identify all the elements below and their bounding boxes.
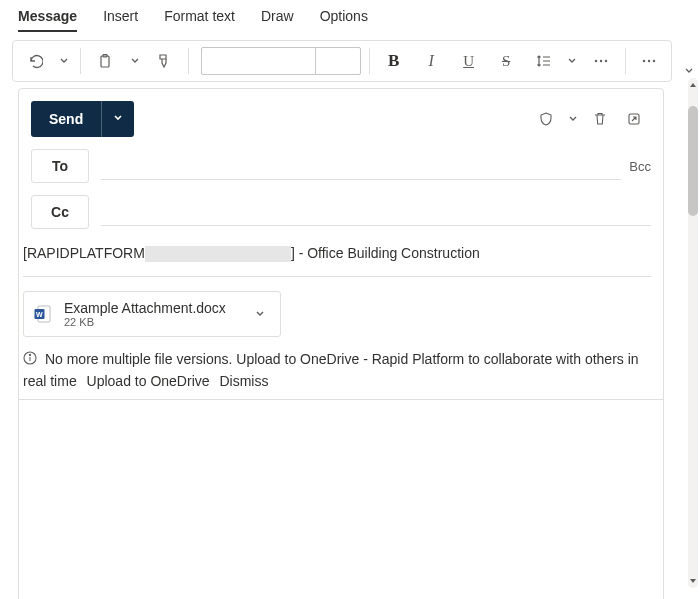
info-icon	[23, 352, 41, 368]
tab-insert[interactable]: Insert	[103, 8, 138, 32]
attachment-chip[interactable]: W Example Attachment.docx 22 KB	[23, 291, 281, 337]
scroll-down-arrow[interactable]	[688, 574, 698, 588]
to-input[interactable]	[101, 152, 621, 180]
compose-pane: Send To Bcc Cc [RAPIDPLATFORM] - Office …	[18, 88, 664, 599]
to-row: To Bcc	[19, 143, 663, 189]
svg-point-6	[648, 60, 650, 62]
send-row: Send	[19, 89, 663, 143]
svg-rect-0	[101, 56, 109, 67]
format-painter-button[interactable]	[148, 45, 179, 77]
word-file-icon: W	[32, 303, 54, 325]
upload-to-onedrive-link[interactable]: Upload to OneDrive	[87, 373, 210, 389]
divider	[369, 48, 370, 74]
svg-point-7	[653, 60, 655, 62]
cc-row: Cc	[19, 189, 663, 235]
undo-dropdown[interactable]	[56, 45, 72, 77]
svg-point-4	[605, 60, 607, 62]
attachment-name: Example Attachment.docx	[64, 300, 238, 316]
vertical-scrollbar[interactable]	[688, 78, 698, 588]
italic-button[interactable]: I	[415, 45, 446, 77]
subject-text: [RAPIDPLATFORM] - Office Building Constr…	[23, 245, 480, 262]
dismiss-link[interactable]: Dismiss	[219, 373, 268, 389]
encryption-dropdown[interactable]	[563, 102, 583, 136]
ribbon-tabbar: Message Insert Format text Draw Options	[0, 0, 700, 34]
subject-row[interactable]: [RAPIDPLATFORM] - Office Building Constr…	[19, 235, 663, 270]
cc-button[interactable]: Cc	[31, 195, 89, 229]
formatting-toolbar: B I U S	[12, 40, 672, 82]
encryption-button[interactable]	[529, 102, 563, 136]
svg-point-14	[29, 355, 30, 356]
strikethrough-button[interactable]: S	[490, 45, 521, 77]
line-spacing-button[interactable]	[528, 45, 559, 77]
line-spacing-dropdown[interactable]	[565, 45, 579, 77]
discard-button[interactable]	[583, 102, 617, 136]
paste-dropdown[interactable]	[127, 45, 143, 77]
paste-button[interactable]	[89, 45, 120, 77]
redacted-segment	[145, 246, 291, 262]
scroll-up-arrow[interactable]	[688, 78, 698, 92]
svg-point-5	[643, 60, 645, 62]
send-button[interactable]: Send	[31, 101, 101, 137]
tab-options[interactable]: Options	[320, 8, 368, 32]
svg-point-2	[595, 60, 597, 62]
underline-button[interactable]: U	[453, 45, 484, 77]
onedrive-info-bar: No more multiple file versions. Upload t…	[19, 337, 663, 400]
bold-button[interactable]: B	[378, 45, 409, 77]
overflow-button[interactable]	[634, 45, 665, 77]
cc-input[interactable]	[101, 198, 651, 226]
svg-point-3	[600, 60, 602, 62]
divider	[80, 48, 81, 74]
tab-message[interactable]: Message	[18, 8, 77, 32]
tab-format-text[interactable]: Format text	[164, 8, 235, 32]
font-selector[interactable]	[201, 47, 361, 75]
tab-draw[interactable]: Draw	[261, 8, 294, 32]
popout-button[interactable]	[617, 102, 651, 136]
send-dropdown[interactable]	[101, 101, 134, 137]
attachment-menu[interactable]	[248, 308, 272, 320]
undo-button[interactable]	[19, 45, 50, 77]
attachment-size: 22 KB	[64, 316, 238, 329]
font-size-input[interactable]	[316, 48, 360, 74]
svg-text:W: W	[36, 311, 43, 318]
scroll-thumb[interactable]	[688, 106, 698, 216]
divider	[188, 48, 189, 74]
divider	[625, 48, 626, 74]
font-name-input[interactable]	[202, 48, 316, 74]
to-button[interactable]: To	[31, 149, 89, 183]
more-formatting-button[interactable]	[585, 45, 616, 77]
bcc-toggle[interactable]: Bcc	[629, 159, 651, 174]
